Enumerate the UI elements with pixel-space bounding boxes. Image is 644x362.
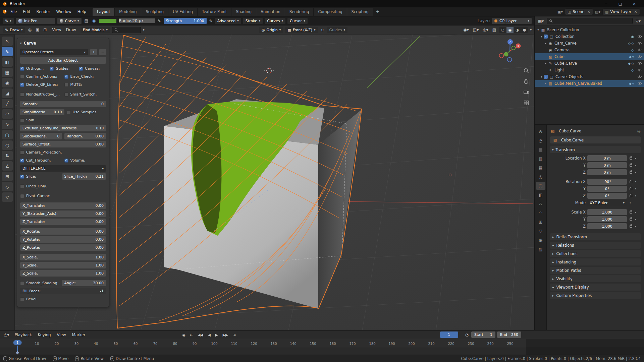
find-models-dropdown[interactable]: Find Models▾ bbox=[80, 27, 110, 33]
move-hand-icon[interactable] bbox=[522, 77, 530, 85]
transform-value-field[interactable]: 1.000 bbox=[587, 209, 627, 215]
scene-selector[interactable]: ◫ Scene × bbox=[565, 8, 593, 15]
outliner-item-label[interactable]: Collection bbox=[555, 34, 575, 39]
view-layer-selector[interactable]: ▥ View Layer × bbox=[602, 8, 640, 15]
tool-button[interactable]: ◉ bbox=[2, 78, 13, 87]
animate-dot-icon[interactable]: • bbox=[635, 194, 637, 198]
y-scale-slider[interactable]: Y_Scale:1.00 bbox=[20, 262, 106, 268]
object-name-field[interactable]: ▧ Cube.Carve bbox=[550, 136, 641, 143]
tool-button[interactable]: ▢ bbox=[2, 130, 13, 139]
props-section-header[interactable]: ▸ Relations bbox=[550, 242, 641, 249]
transport-button[interactable]: ◀◀ bbox=[196, 332, 205, 338]
frame-start-field[interactable]: Start1 bbox=[471, 331, 495, 338]
add-blank-object-button[interactable]: AddBlankObject bbox=[20, 57, 106, 64]
slice-thickness-slider[interactable]: Slice_Thickn0.21 bbox=[62, 173, 106, 180]
lock-icon[interactable] bbox=[630, 211, 632, 214]
mode-dropdown[interactable]: ✎ Draw▾ bbox=[3, 27, 25, 33]
lock-icon[interactable] bbox=[630, 181, 632, 183]
guides-checkbox[interactable]: Guides: bbox=[50, 66, 77, 71]
radius-pressure-icon[interactable]: ✎ bbox=[157, 19, 161, 23]
timeline-menu-item[interactable]: Keying bbox=[35, 331, 54, 339]
outliner-row[interactable]: ☀ Light ◇ bbox=[535, 67, 644, 73]
frame-end-field[interactable]: End250 bbox=[497, 331, 521, 338]
properties-tab[interactable]: ◧ bbox=[536, 191, 545, 199]
layer-selector[interactable]: GP_Layer ▾ bbox=[492, 18, 532, 24]
outliner-item-label[interactable]: Cube.Mesh_Carve.Baked bbox=[554, 81, 602, 86]
visibility-eye-icon[interactable] bbox=[637, 82, 642, 85]
brush-option-dropdown[interactable]: Cursor▾ bbox=[287, 18, 308, 24]
viewport-menu-item[interactable]: Draw bbox=[64, 26, 78, 33]
transform-value-field[interactable]: 1.000 bbox=[587, 223, 627, 229]
workspace-tab[interactable]: Layout bbox=[93, 8, 115, 16]
x-translate-slider[interactable]: X_Translate:0.00 bbox=[20, 202, 106, 209]
navigation-gizmo[interactable]: Z X bbox=[497, 39, 522, 63]
z-scale-slider[interactable]: Z_Scale:1.00 bbox=[20, 270, 106, 277]
tool-button[interactable]: ⊞ bbox=[2, 172, 13, 181]
scene-unlink-icon[interactable]: × bbox=[587, 9, 590, 14]
transform-value-field[interactable]: 1.000 bbox=[587, 216, 627, 222]
tool-button[interactable]: ╱ bbox=[2, 99, 13, 108]
outliner-filter-icon[interactable]: ▽▾ bbox=[635, 19, 642, 23]
animate-dot-icon[interactable]: • bbox=[635, 218, 637, 221]
transport-button[interactable]: ◀ bbox=[206, 332, 213, 338]
add-workspace-button[interactable]: + bbox=[373, 8, 382, 15]
props-section-header[interactable]: ▸ Instancing bbox=[550, 258, 641, 265]
visibility-eye-icon[interactable] bbox=[637, 68, 642, 72]
expand-icon[interactable]: ▸ bbox=[543, 62, 548, 65]
orientation-dropdown[interactable]: ▦ Front (X-Z)▾ bbox=[285, 27, 318, 33]
tool-button[interactable]: ⇅ bbox=[2, 151, 13, 160]
expand-icon[interactable]: ▾ bbox=[539, 75, 544, 78]
visibility-eye-icon[interactable] bbox=[637, 75, 642, 78]
vertex-color-swatch[interactable] bbox=[99, 18, 117, 23]
add-preset-button[interactable]: + bbox=[90, 49, 97, 55]
outliner-item-label[interactable]: Camera bbox=[554, 48, 570, 52]
outliner-search-input[interactable] bbox=[547, 18, 632, 24]
timeline-menu-item[interactable]: View bbox=[54, 331, 69, 339]
transform-value-field[interactable]: 0° bbox=[587, 186, 627, 192]
visibility-eye-icon[interactable] bbox=[637, 35, 642, 38]
menu-item[interactable]: Render bbox=[34, 8, 53, 15]
props-section-header[interactable]: ▸ Delta Transform bbox=[550, 233, 641, 240]
properties-tab[interactable]: ⊞ bbox=[536, 218, 545, 226]
timeline-menu-item[interactable]: Marker bbox=[69, 331, 89, 339]
brush-selector[interactable]: Ink Pen bbox=[16, 18, 55, 24]
tool-button[interactable]: ↖ bbox=[2, 37, 13, 46]
close-button[interactable]: × bbox=[627, 2, 641, 6]
random-slider[interactable]: Random:0.00 bbox=[64, 133, 106, 139]
workspace-tab[interactable]: Modeling bbox=[115, 8, 141, 16]
y-extrusion-axis-slider[interactable]: Y_(Extrusion_Axis):0.00 bbox=[20, 210, 106, 217]
outliner-row[interactable]: ▸ ◉ Cam_Carve ◇◇ bbox=[535, 40, 644, 47]
outliner-display-mode-icon[interactable]: ▦▾ bbox=[537, 19, 545, 23]
visibility-eye-icon[interactable] bbox=[637, 42, 642, 45]
properties-tab[interactable]: ∴ bbox=[536, 200, 545, 208]
animate-dot-icon[interactable]: • bbox=[635, 225, 637, 228]
z-translate-slider[interactable]: Z_Translate:0.00 bbox=[20, 219, 106, 225]
properties-tab[interactable]: ▤ bbox=[536, 146, 545, 154]
tool-button[interactable]: ∿ bbox=[2, 120, 13, 129]
visibility-eye-icon[interactable] bbox=[637, 55, 642, 58]
transform-value-field[interactable]: -90° bbox=[587, 179, 627, 185]
gizmo-y-axis[interactable] bbox=[504, 52, 508, 57]
gizmos-toggle-icon[interactable]: ◫▾ bbox=[472, 27, 480, 32]
pivot-cursor-checkbox[interactable]: Pivot_Cursor: bbox=[20, 194, 106, 198]
outliner-item-label[interactable]: Cube bbox=[554, 54, 565, 59]
brush-option-dropdown[interactable]: Curves▾ bbox=[265, 18, 285, 24]
mute-checkbox[interactable]: MUTE: bbox=[64, 82, 106, 87]
properties-tab[interactable]: ▢ bbox=[536, 182, 545, 190]
properties-tab[interactable]: ▦ bbox=[536, 164, 545, 172]
animate-dot-icon[interactable]: • bbox=[629, 201, 631, 205]
expand-icon[interactable]: ▾ bbox=[536, 28, 540, 32]
confirm-actions-checkbox[interactable]: Confirm_Actions: bbox=[20, 74, 62, 79]
transform-value-field[interactable]: 0 m bbox=[587, 169, 627, 175]
collection-checkbox[interactable]: ✓ bbox=[544, 35, 548, 39]
simplification-slider[interactable]: Simplificatio0.10 bbox=[20, 109, 64, 115]
nondestructive-checkbox[interactable]: Nondestructive_... bbox=[20, 92, 62, 97]
outliner-row[interactable]: ▾ ✓ ▢ Collection ◉ bbox=[535, 33, 644, 40]
shading-solid-icon[interactable]: ◉ bbox=[506, 27, 514, 33]
workspace-tab[interactable]: Rendering bbox=[285, 8, 314, 16]
menu-item[interactable]: Help bbox=[74, 8, 89, 15]
lock-icon[interactable] bbox=[630, 218, 632, 221]
transform-pivot-dropdown[interactable]: ◎ Origin▾ bbox=[259, 27, 283, 33]
outliner-row[interactable]: ▾ ✓ ▢ Carve_Objects bbox=[535, 73, 644, 80]
properties-tab[interactable]: ◔ bbox=[536, 137, 545, 144]
